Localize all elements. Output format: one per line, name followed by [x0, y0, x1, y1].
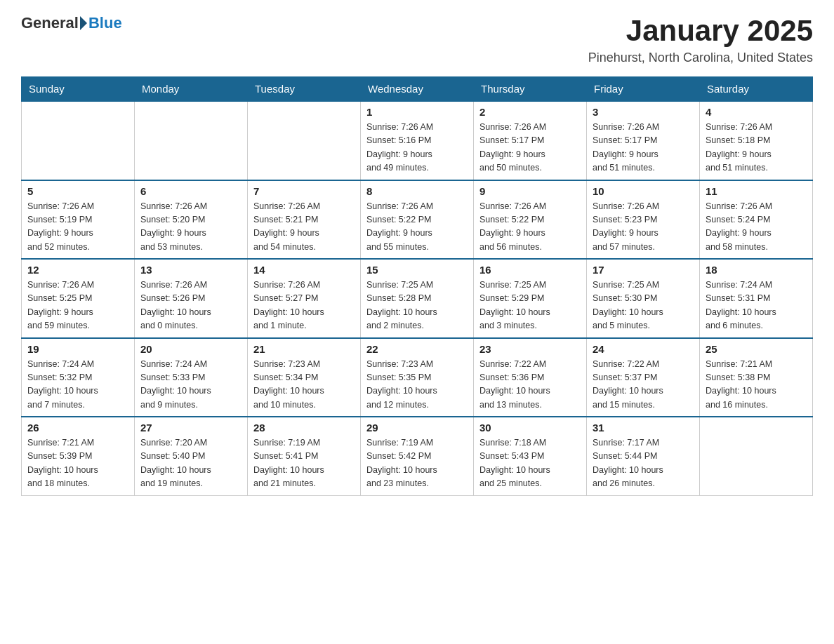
day-number: 6	[140, 185, 241, 197]
calendar-cell: 22Sunrise: 7:23 AM Sunset: 5:35 PM Dayli…	[361, 338, 474, 417]
calendar-cell: 24Sunrise: 7:22 AM Sunset: 5:37 PM Dayli…	[587, 338, 700, 417]
calendar-cell: 7Sunrise: 7:26 AM Sunset: 5:21 PM Daylig…	[248, 180, 361, 260]
day-number: 22	[366, 343, 468, 355]
day-number: 24	[593, 343, 694, 355]
day-info: Sunrise: 7:26 AM Sunset: 5:23 PM Dayligh…	[593, 200, 694, 255]
calendar-cell	[135, 101, 248, 180]
calendar-cell: 27Sunrise: 7:20 AM Sunset: 5:40 PM Dayli…	[135, 417, 248, 495]
day-number: 12	[27, 264, 128, 276]
calendar-table: SundayMondayTuesdayWednesdayThursdayFrid…	[21, 76, 813, 496]
calendar-cell: 31Sunrise: 7:17 AM Sunset: 5:44 PM Dayli…	[587, 417, 700, 495]
weekday-header-friday: Friday	[587, 77, 700, 102]
calendar-cell: 10Sunrise: 7:26 AM Sunset: 5:23 PM Dayli…	[587, 180, 700, 260]
calendar-cell: 13Sunrise: 7:26 AM Sunset: 5:26 PM Dayli…	[135, 259, 248, 338]
title-area: January 2025 Pinehurst, North Carolina, …	[588, 14, 813, 65]
day-info: Sunrise: 7:26 AM Sunset: 5:17 PM Dayligh…	[593, 121, 694, 175]
month-title: January 2025	[588, 14, 813, 48]
day-number: 21	[253, 343, 355, 355]
day-number: 7	[253, 185, 355, 197]
day-number: 3	[593, 106, 694, 118]
day-info: Sunrise: 7:22 AM Sunset: 5:37 PM Dayligh…	[593, 358, 694, 412]
calendar-cell: 6Sunrise: 7:26 AM Sunset: 5:20 PM Daylig…	[135, 180, 248, 260]
day-info: Sunrise: 7:23 AM Sunset: 5:35 PM Dayligh…	[366, 358, 468, 412]
calendar-cell: 15Sunrise: 7:25 AM Sunset: 5:28 PM Dayli…	[361, 259, 474, 338]
calendar-cell: 19Sunrise: 7:24 AM Sunset: 5:32 PM Dayli…	[22, 338, 135, 417]
day-number: 11	[706, 185, 807, 197]
day-number: 5	[27, 185, 128, 197]
day-info: Sunrise: 7:26 AM Sunset: 5:17 PM Dayligh…	[479, 121, 581, 175]
day-number: 10	[593, 185, 694, 197]
day-number: 19	[27, 343, 128, 355]
day-info: Sunrise: 7:20 AM Sunset: 5:40 PM Dayligh…	[140, 436, 241, 491]
day-number: 1	[366, 106, 468, 118]
calendar-cell	[22, 101, 135, 180]
calendar-cell: 26Sunrise: 7:21 AM Sunset: 5:39 PM Dayli…	[22, 417, 135, 495]
calendar-cell: 16Sunrise: 7:25 AM Sunset: 5:29 PM Dayli…	[474, 259, 587, 338]
location-title: Pinehurst, North Carolina, United States	[588, 51, 813, 65]
day-info: Sunrise: 7:19 AM Sunset: 5:42 PM Dayligh…	[366, 436, 468, 491]
day-info: Sunrise: 7:24 AM Sunset: 5:31 PM Dayligh…	[706, 279, 807, 333]
weekday-header-tuesday: Tuesday	[248, 77, 361, 102]
day-info: Sunrise: 7:26 AM Sunset: 5:26 PM Dayligh…	[140, 279, 241, 333]
calendar-cell	[248, 101, 361, 180]
day-info: Sunrise: 7:25 AM Sunset: 5:28 PM Dayligh…	[366, 279, 468, 333]
day-info: Sunrise: 7:26 AM Sunset: 5:22 PM Dayligh…	[366, 200, 468, 255]
calendar-cell: 4Sunrise: 7:26 AM Sunset: 5:18 PM Daylig…	[700, 101, 813, 180]
day-number: 13	[140, 264, 241, 276]
day-info: Sunrise: 7:26 AM Sunset: 5:19 PM Dayligh…	[27, 200, 128, 255]
weekday-header-row: SundayMondayTuesdayWednesdayThursdayFrid…	[22, 77, 813, 102]
day-info: Sunrise: 7:26 AM Sunset: 5:24 PM Dayligh…	[706, 200, 807, 255]
day-number: 9	[479, 185, 581, 197]
day-number: 23	[479, 343, 581, 355]
day-number: 8	[366, 185, 468, 197]
day-number: 29	[366, 422, 468, 434]
calendar-cell: 8Sunrise: 7:26 AM Sunset: 5:22 PM Daylig…	[361, 180, 474, 260]
calendar-week-row: 5Sunrise: 7:26 AM Sunset: 5:19 PM Daylig…	[22, 180, 813, 260]
day-info: Sunrise: 7:18 AM Sunset: 5:43 PM Dayligh…	[479, 436, 581, 491]
calendar-week-row: 26Sunrise: 7:21 AM Sunset: 5:39 PM Dayli…	[22, 417, 813, 495]
logo: General Blue	[21, 14, 122, 32]
logo-arrow-icon	[80, 16, 87, 30]
logo-blue-text: Blue	[88, 14, 122, 32]
calendar-cell: 12Sunrise: 7:26 AM Sunset: 5:25 PM Dayli…	[22, 259, 135, 338]
calendar-cell: 11Sunrise: 7:26 AM Sunset: 5:24 PM Dayli…	[700, 180, 813, 260]
day-info: Sunrise: 7:24 AM Sunset: 5:32 PM Dayligh…	[27, 358, 128, 412]
logo-general-text: General	[21, 14, 79, 32]
day-number: 25	[706, 343, 807, 355]
day-info: Sunrise: 7:19 AM Sunset: 5:41 PM Dayligh…	[253, 436, 355, 491]
day-info: Sunrise: 7:26 AM Sunset: 5:22 PM Dayligh…	[479, 200, 581, 255]
calendar-cell: 18Sunrise: 7:24 AM Sunset: 5:31 PM Dayli…	[700, 259, 813, 338]
day-info: Sunrise: 7:26 AM Sunset: 5:25 PM Dayligh…	[27, 279, 128, 333]
calendar-cell: 28Sunrise: 7:19 AM Sunset: 5:41 PM Dayli…	[248, 417, 361, 495]
day-info: Sunrise: 7:25 AM Sunset: 5:29 PM Dayligh…	[479, 279, 581, 333]
calendar-week-row: 19Sunrise: 7:24 AM Sunset: 5:32 PM Dayli…	[22, 338, 813, 417]
day-number: 15	[366, 264, 468, 276]
weekday-header-monday: Monday	[135, 77, 248, 102]
day-number: 26	[27, 422, 128, 434]
weekday-header-saturday: Saturday	[700, 77, 813, 102]
calendar-cell: 23Sunrise: 7:22 AM Sunset: 5:36 PM Dayli…	[474, 338, 587, 417]
calendar-cell: 17Sunrise: 7:25 AM Sunset: 5:30 PM Dayli…	[587, 259, 700, 338]
calendar-cell: 14Sunrise: 7:26 AM Sunset: 5:27 PM Dayli…	[248, 259, 361, 338]
weekday-header-wednesday: Wednesday	[361, 77, 474, 102]
day-info: Sunrise: 7:24 AM Sunset: 5:33 PM Dayligh…	[140, 358, 241, 412]
weekday-header-thursday: Thursday	[474, 77, 587, 102]
day-info: Sunrise: 7:21 AM Sunset: 5:38 PM Dayligh…	[706, 358, 807, 412]
day-info: Sunrise: 7:23 AM Sunset: 5:34 PM Dayligh…	[253, 358, 355, 412]
day-info: Sunrise: 7:26 AM Sunset: 5:27 PM Dayligh…	[253, 279, 355, 333]
day-info: Sunrise: 7:25 AM Sunset: 5:30 PM Dayligh…	[593, 279, 694, 333]
day-info: Sunrise: 7:26 AM Sunset: 5:20 PM Dayligh…	[140, 200, 241, 255]
day-info: Sunrise: 7:26 AM Sunset: 5:21 PM Dayligh…	[253, 200, 355, 255]
day-number: 2	[479, 106, 581, 118]
day-number: 4	[706, 106, 807, 118]
calendar-week-row: 1Sunrise: 7:26 AM Sunset: 5:16 PM Daylig…	[22, 101, 813, 180]
calendar-cell: 2Sunrise: 7:26 AM Sunset: 5:17 PM Daylig…	[474, 101, 587, 180]
calendar-cell: 21Sunrise: 7:23 AM Sunset: 5:34 PM Dayli…	[248, 338, 361, 417]
calendar-cell	[700, 417, 813, 495]
day-info: Sunrise: 7:17 AM Sunset: 5:44 PM Dayligh…	[593, 436, 694, 491]
calendar-cell: 25Sunrise: 7:21 AM Sunset: 5:38 PM Dayli…	[700, 338, 813, 417]
calendar-cell: 9Sunrise: 7:26 AM Sunset: 5:22 PM Daylig…	[474, 180, 587, 260]
day-number: 14	[253, 264, 355, 276]
page-header: General Blue January 2025 Pinehurst, Nor…	[21, 14, 813, 65]
day-number: 28	[253, 422, 355, 434]
